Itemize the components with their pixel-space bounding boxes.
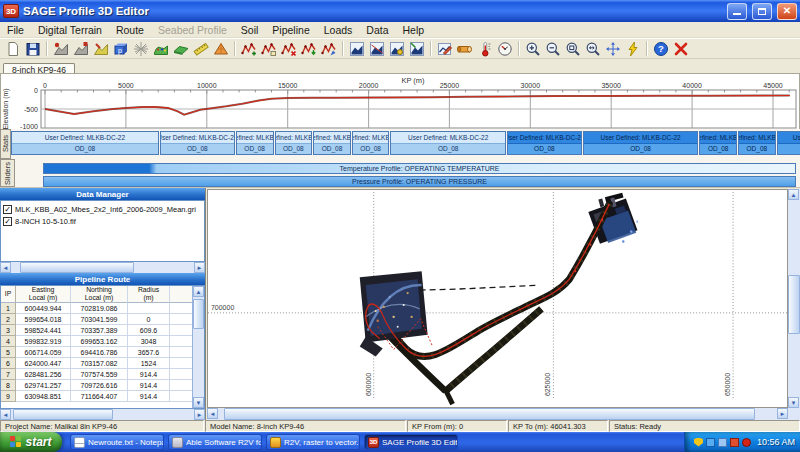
save-icon[interactable] <box>23 39 43 58</box>
scroll-down-icon[interactable]: ▼ <box>193 397 204 408</box>
menu-digital-terrain[interactable]: Digital Terrain <box>31 23 109 37</box>
refresh-view-icon[interactable] <box>623 39 643 58</box>
menu-soil[interactable]: Soil <box>234 23 266 37</box>
table-row[interactable]: 2599654.018703041.5990 <box>1 314 192 325</box>
scroll-thumb[interactable] <box>13 409 114 420</box>
tin-surface-icon[interactable] <box>211 39 231 58</box>
temperature-icon[interactable] <box>475 39 495 58</box>
pipeline-route-hscrollbar[interactable]: ◄ ► <box>0 409 205 420</box>
edit-terrain-icon[interactable] <box>91 39 111 58</box>
checkbox[interactable]: ✓ <box>3 217 12 226</box>
scroll-thumb[interactable] <box>788 275 800 334</box>
tab-sliders[interactable]: Sliders <box>0 159 15 187</box>
pan-icon[interactable] <box>603 39 623 58</box>
scroll-track[interactable] <box>788 200 800 397</box>
scroll-left-icon[interactable]: ◄ <box>207 408 218 419</box>
scroll-left-icon[interactable]: ◄ <box>0 409 11 420</box>
profile-chart-panel[interactable]: KP (m)0500010000150002000025000300003500… <box>0 73 800 129</box>
scroll-track[interactable] <box>218 408 777 420</box>
mesh-terrain-icon[interactable] <box>131 39 151 58</box>
profile-elevation-icon[interactable] <box>347 39 367 58</box>
pipe-section-segment[interactable]: User Defined: MLKB-DC-22OD_08 <box>160 131 235 155</box>
pipe-section-segment[interactable]: User Defined: MLKB-DC-22OD_08 <box>583 131 698 155</box>
taskbar-task-able[interactable]: Able Software R2V fo... <box>168 434 262 450</box>
data-manager-hscrollbar[interactable]: ◄ ► <box>0 262 205 273</box>
start-button[interactable]: start <box>0 432 62 452</box>
map-vscrollbar[interactable]: ▲ ▼ <box>788 189 800 408</box>
data-manager-item[interactable]: ✓8-INCH 10-5-10.flf <box>2 215 203 227</box>
zoom-extents-icon[interactable] <box>583 39 603 58</box>
route-edit-icon[interactable] <box>259 39 279 58</box>
scroll-track[interactable] <box>11 409 194 420</box>
scroll-right-icon[interactable]: ► <box>194 409 205 420</box>
table-row[interactable]: 3598524.441703357.389609.6 <box>1 325 192 336</box>
profile-slope-icon[interactable] <box>367 39 387 58</box>
gauge-icon[interactable] <box>495 39 515 58</box>
terrain-3d-icon[interactable]: p <box>111 39 131 58</box>
edit-profile-icon[interactable] <box>435 39 455 58</box>
scroll-track[interactable] <box>193 297 204 397</box>
scroll-up-icon[interactable]: ▲ <box>788 189 799 200</box>
column-header[interactable]: NorthingLocal (m) <box>71 286 128 303</box>
map-hscrollbar[interactable]: ◄ ► <box>207 408 788 420</box>
menu-file[interactable]: File <box>0 23 31 37</box>
scroll-right-icon[interactable]: ► <box>194 262 205 273</box>
route-new-icon[interactable] <box>239 39 259 58</box>
pipe-section-segment[interactable]: User Defined: MLKB-DC-22OD_08 <box>275 131 313 155</box>
scroll-left-icon[interactable]: ◄ <box>0 262 11 273</box>
taskbar-task-sage[interactable]: 3DSAGE Profile 3D Editor <box>364 434 458 450</box>
menu-help[interactable]: Help <box>396 23 432 37</box>
table-row[interactable]: 4599832.919699653.1623048 <box>1 336 192 347</box>
temperature-profile-slider[interactable]: Temperature Profile: OPERATING TEMPERATU… <box>43 163 796 174</box>
scroll-thumb[interactable] <box>224 408 755 420</box>
route-draw-icon[interactable] <box>319 39 339 58</box>
profile-span-icon[interactable] <box>387 39 407 58</box>
printer-icon[interactable] <box>730 438 739 447</box>
profile-3d-icon[interactable] <box>407 39 427 58</box>
scroll-down-icon[interactable]: ▼ <box>788 397 799 408</box>
pipe-section-segment[interactable]: User Defined: MLKB-DC-22OD_08 <box>390 131 505 155</box>
table-row[interactable]: 7628481.256707574.559914.4 <box>1 369 192 380</box>
map-canvas[interactable]: 600000625000650000700000 <box>207 189 788 408</box>
taskbar-task-notepad[interactable]: Newroute.txt - Notepad <box>70 434 164 450</box>
column-header[interactable] <box>170 286 192 303</box>
pressure-profile-slider[interactable]: Pressure Profile: OPERATING PRESSURE <box>43 176 796 187</box>
pipe-section-segment[interactable]: User Defined: MLKB-DC-22OD_08 <box>352 131 390 155</box>
close-button[interactable]: ✕ <box>777 3 797 20</box>
security-shield-icon[interactable] <box>694 438 703 447</box>
zoom-window-icon[interactable] <box>563 39 583 58</box>
export-terrain-icon[interactable] <box>71 39 91 58</box>
pipe-section-segment[interactable]: User Defined: MLKB-DC-22OD_08 <box>313 131 351 155</box>
surface-points-icon[interactable] <box>151 39 171 58</box>
menu-pipeline[interactable]: Pipeline <box>265 23 316 37</box>
scroll-track[interactable] <box>11 262 194 273</box>
table-row[interactable]: 1600449.944702819.086 <box>1 303 192 314</box>
pipe-section-segment[interactable]: User Defined: MLKB-DC-22OD_08 <box>777 131 800 155</box>
scroll-thumb[interactable] <box>20 262 133 273</box>
measure-icon[interactable] <box>191 39 211 58</box>
column-header[interactable]: Radius(m) <box>128 286 170 303</box>
pipeline-icon[interactable] <box>455 39 475 58</box>
pipe-section-segment[interactable]: User Defined: MLKB-DC-22OD_08 <box>699 131 737 155</box>
pipeline-route-vscrollbar[interactable]: ▲ ▼ <box>192 286 204 408</box>
pipe-section-segment[interactable]: User Defined: MLKB-DC-22OD_08 <box>738 131 776 155</box>
minimize-button[interactable] <box>727 3 747 20</box>
pipe-section-segment[interactable]: User Defined: MLKB-DC-22OD_08 <box>236 131 274 155</box>
table-row[interactable]: 8629741.257709726.616914.4 <box>1 380 192 391</box>
surface-3d-icon[interactable] <box>171 39 191 58</box>
menu-data[interactable]: Data <box>359 23 395 37</box>
new-document-icon[interactable] <box>3 39 23 58</box>
import-terrain-icon[interactable] <box>51 39 71 58</box>
display-icon[interactable] <box>718 438 727 447</box>
network-icon[interactable] <box>706 438 715 447</box>
tab-stats[interactable]: Stats <box>0 129 11 159</box>
alert-icon[interactable] <box>742 438 751 447</box>
scroll-right-icon[interactable]: ► <box>777 408 788 419</box>
table-row[interactable]: 6624000.447703157.0821524 <box>1 358 192 369</box>
zoom-in-icon[interactable] <box>523 39 543 58</box>
restore-button[interactable] <box>752 3 772 20</box>
table-row[interactable]: 5606714.059694416.7863657.6 <box>1 347 192 358</box>
route-import-icon[interactable] <box>299 39 319 58</box>
menu-loads[interactable]: Loads <box>317 23 360 37</box>
exit-icon[interactable] <box>671 39 691 58</box>
